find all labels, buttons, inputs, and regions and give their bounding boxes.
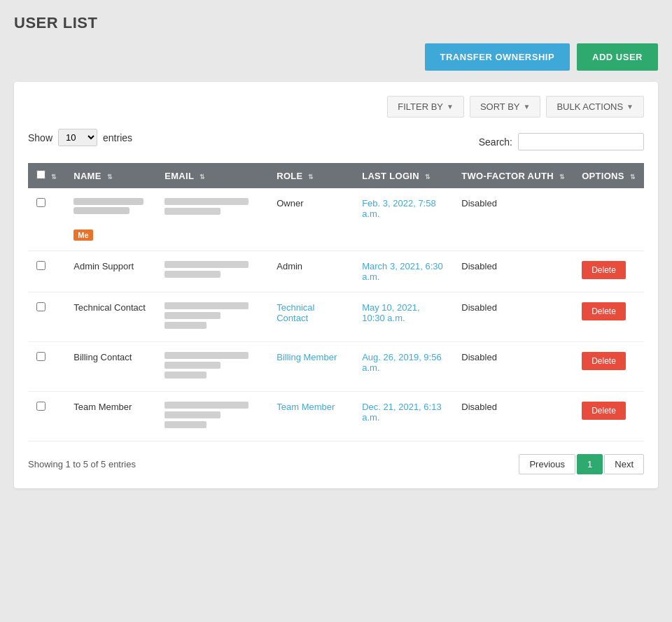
email-sort-icon[interactable]: ⇅	[200, 174, 205, 181]
pagination-controls: Previous 1 Next	[519, 454, 644, 474]
user-name-cell: Team Member	[65, 392, 156, 441]
page-title: USER LIST	[14, 14, 658, 32]
user-email-cell	[156, 188, 268, 251]
user-name: Team Member	[74, 402, 132, 412]
tfa-sort-icon[interactable]: ⇅	[559, 174, 565, 181]
user-last-login-cell: March 3, 2021, 6:30 a.m.	[354, 251, 453, 292]
table-row: Technical ContactTechnical ContactMay 10…	[28, 292, 644, 342]
email-col-header: EMAIL	[164, 171, 194, 181]
name-col-header: NAME	[74, 171, 101, 181]
options-col-header: OPTIONS	[582, 171, 624, 181]
tfa-col-header: TWO-FACTOR AUTH	[461, 171, 554, 181]
select-all-checkbox[interactable]	[36, 170, 46, 179]
user-role-cell[interactable]: Technical Contact	[268, 292, 354, 342]
delete-button[interactable]: Delete	[582, 402, 626, 420]
user-role-cell: Owner	[268, 188, 354, 251]
row-checkbox[interactable]	[36, 302, 46, 311]
delete-button[interactable]: Delete	[582, 261, 626, 279]
table-row: Admin SupportAdminMarch 3, 2021, 6:30 a.…	[28, 251, 644, 292]
user-options-cell: Delete	[573, 342, 644, 392]
pagination-info: Showing 1 to 5 of 5 entries	[28, 459, 136, 469]
user-email-cell	[156, 392, 268, 441]
user-name: Billing Contact	[74, 352, 132, 362]
row-checkbox[interactable]	[36, 352, 46, 361]
user-role-cell[interactable]: Team Member	[268, 392, 354, 441]
show-label: Show	[28, 132, 52, 143]
user-tfa-cell: Disabled	[453, 392, 573, 441]
bulk-actions-button[interactable]: BULK ACTIONS ▼	[546, 96, 644, 118]
role-sort-icon[interactable]: ⇅	[308, 174, 314, 181]
table-row: Team MemberTeam MemberDec. 21, 2021, 6:1…	[28, 392, 644, 441]
user-role-cell[interactable]: Billing Member	[268, 342, 354, 392]
delete-button[interactable]: Delete	[582, 302, 626, 320]
filter-by-button[interactable]: FILTER BY ▼	[387, 96, 464, 118]
last-login-value: May 10, 2021, 10:30 a.m.	[362, 302, 419, 323]
user-name-cell: Technical Contact	[65, 292, 156, 342]
table-row: MeOwnerFeb. 3, 2022, 7:58 a.m.Disabled	[28, 188, 644, 251]
search-input[interactable]	[518, 133, 644, 150]
sort-arrows-header: ⇅	[51, 174, 57, 181]
sort-arrow-icon: ▼	[524, 103, 531, 111]
user-name-cell: Billing Contact	[65, 342, 156, 392]
transfer-ownership-button[interactable]: TRANSFER OWNERSHIP	[425, 43, 570, 71]
entries-label: entries	[103, 132, 132, 143]
next-button[interactable]: Next	[604, 454, 644, 474]
role-link[interactable]: Technical Contact	[276, 302, 314, 323]
last-login-value: Aug. 26, 2019, 9:56 a.m.	[362, 352, 441, 373]
user-last-login-cell: Aug. 26, 2019, 9:56 a.m.	[354, 342, 453, 392]
user-role-cell: Admin	[268, 251, 354, 292]
user-email-cell	[156, 292, 268, 342]
user-name: Technical Contact	[74, 302, 146, 313]
sort-by-button[interactable]: SORT BY ▼	[470, 96, 541, 118]
role-link[interactable]: Team Member	[276, 402, 335, 412]
table-row: Billing ContactBilling MemberAug. 26, 20…	[28, 342, 644, 392]
row-checkbox[interactable]	[36, 198, 46, 207]
delete-button[interactable]: Delete	[582, 352, 626, 370]
user-last-login-cell: May 10, 2021, 10:30 a.m.	[354, 292, 453, 342]
filter-arrow-icon: ▼	[447, 103, 454, 111]
user-tfa-cell: Disabled	[453, 342, 573, 392]
user-tfa-cell: Disabled	[453, 251, 573, 292]
bulk-arrow-icon: ▼	[626, 103, 634, 111]
user-last-login-cell: Feb. 3, 2022, 7:58 a.m.	[354, 188, 453, 251]
user-options-cell: Delete	[573, 392, 644, 441]
role-link[interactable]: Billing Member	[276, 352, 337, 362]
role-col-header: ROLE	[276, 171, 302, 181]
user-tfa-cell: Disabled	[453, 188, 573, 251]
add-user-button[interactable]: ADD USER	[577, 43, 658, 71]
user-name: Admin Support	[74, 261, 134, 271]
page-1-button[interactable]: 1	[577, 454, 603, 474]
search-label: Search:	[479, 136, 512, 148]
user-name-cell: Me	[65, 188, 156, 251]
options-sort-icon[interactable]: ⇅	[630, 174, 636, 181]
entries-select[interactable]: 10 25 50 100	[58, 129, 97, 146]
last-login-value: Feb. 3, 2022, 7:58 a.m.	[362, 198, 436, 219]
user-name-cell: Admin Support	[65, 251, 156, 292]
user-tfa-cell: Disabled	[453, 292, 573, 342]
user-options-cell: Delete	[573, 251, 644, 292]
me-badge: Me	[74, 229, 92, 241]
row-checkbox[interactable]	[36, 261, 46, 270]
previous-button[interactable]: Previous	[519, 454, 575, 474]
login-sort-icon[interactable]: ⇅	[425, 174, 430, 181]
login-col-header: LAST LOGIN	[362, 171, 419, 181]
user-last-login-cell: Dec. 21, 2021, 6:13 a.m.	[354, 392, 453, 441]
user-options-cell: Delete	[573, 292, 644, 342]
user-email-cell	[156, 251, 268, 292]
user-email-cell	[156, 342, 268, 392]
name-sort-icon[interactable]: ⇅	[107, 174, 113, 181]
row-checkbox[interactable]	[36, 402, 46, 411]
last-login-value: March 3, 2021, 6:30 a.m.	[362, 261, 443, 282]
user-options-cell	[573, 188, 644, 251]
last-login-value: Dec. 21, 2021, 6:13 a.m.	[362, 402, 441, 423]
